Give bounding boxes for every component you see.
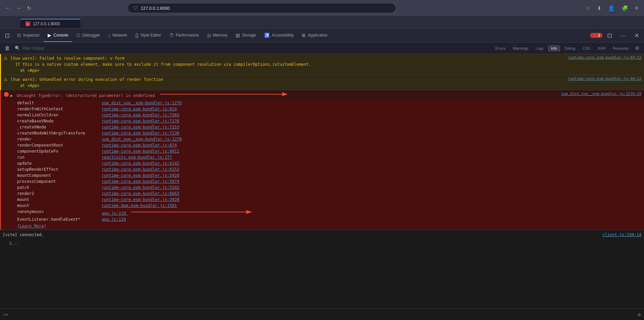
- stack-fn-17: mount: [17, 203, 98, 208]
- network-label: Network: [112, 33, 127, 38]
- filter-css-btn[interactable]: CSS: [580, 45, 594, 51]
- extensions-button[interactable]: 🧩: [620, 4, 630, 13]
- stack-file-11[interactable]: runtime-core.esm-bundler.js:6152: [102, 167, 179, 172]
- debugger-icon: ⬡: [76, 33, 80, 38]
- stack-row-7: renderComponentRoot runtime-core.esm-bun…: [1, 142, 644, 148]
- stack-fn-19: EventListener.handleEvent*: [17, 217, 98, 222]
- stack-row-9: run reactivity.esm-bundler.js:177: [1, 154, 644, 160]
- warn-entry-2: ⚠ [Vue warn]: Unhandled error during exe…: [0, 75, 644, 90]
- stack-fn-14: patch: [17, 185, 98, 190]
- stack-file-13[interactable]: runtime-core.esm-bundler.js:5874: [102, 179, 179, 184]
- stack-fn-8: componentUpdateFn: [17, 149, 98, 154]
- filter-area: 🔍 Filter Output: [15, 46, 44, 51]
- partial-entry: S...: [0, 239, 644, 248]
- menu-button[interactable]: ≡: [633, 4, 640, 12]
- stack-file-6[interactable]: vue_dist_vue__esm-bundler.js:1270: [102, 137, 182, 142]
- console-filter-buttons: Errors Warnings Logs Info Debug CSS XHR …: [492, 44, 641, 52]
- reload-button[interactable]: ↻: [26, 4, 33, 13]
- tab-storage[interactable]: ▤ Storage: [232, 29, 260, 42]
- stack-fn-13: processComponent: [17, 179, 98, 184]
- tab-console[interactable]: ▶ Console: [44, 29, 72, 42]
- stack-file-0[interactable]: vue_dist_vue__esm-bundler.js:1276: [102, 101, 182, 105]
- tab-accessibility[interactable]: ♿ Accessibility: [260, 29, 298, 42]
- stack-fn-1: renderFnWithContext: [17, 107, 98, 111]
- account-button[interactable]: 👤: [606, 4, 617, 13]
- warn-icon-2: ⚠: [4, 77, 8, 82]
- stack-fn-9: run: [17, 155, 98, 160]
- tab-application[interactable]: ⊞ Application: [298, 29, 332, 42]
- stack-file-16[interactable]: runtime-core.esm-bundler.js:3928: [102, 197, 179, 202]
- error-source[interactable]: vue_dist_vue__esm-bundler.js:1276:33: [561, 92, 641, 96]
- tab-memory[interactable]: ◎ Memory: [203, 29, 232, 42]
- warn-entry-1: ⚠ [Vue warn]: Failed to resolve componen…: [0, 54, 644, 75]
- filter-debug-btn[interactable]: Debug: [561, 45, 578, 51]
- tab-debugger[interactable]: ⬡ Debugger: [72, 29, 104, 42]
- stack-trace: default vue_dist_vue__esm-bundler.js:127…: [1, 100, 644, 230]
- console-clear-button[interactable]: 🗑: [3, 44, 12, 52]
- stack-row-4: _createVNode runtime-core.esm-bundler.js…: [1, 124, 644, 130]
- forward-button[interactable]: →: [15, 4, 23, 12]
- stack-file-9[interactable]: reactivity.esm-bundler.js:177: [102, 155, 172, 160]
- warn-source-2[interactable]: runtime-core.esm-bundler.js:44:12: [568, 76, 641, 81]
- pocket-button[interactable]: ⬇: [595, 4, 603, 13]
- console-settings-button[interactable]: ⚙: [633, 44, 641, 52]
- stack-row-10: update runtime-core.esm-bundler.js:6142: [1, 160, 644, 166]
- stack-row-12: mountComponent runtime-core.esm-bundler.…: [1, 172, 644, 178]
- back-button[interactable]: ←: [4, 4, 12, 12]
- filter-warnings-btn[interactable]: Warnings: [510, 45, 531, 51]
- stack-file-12[interactable]: runtime-core.esm-bundler.js:5920: [102, 173, 179, 178]
- stack-fn-7: renderComponentRoot: [17, 143, 98, 148]
- application-label: Application: [308, 33, 328, 38]
- stack-file-18[interactable]: app.js:119: [102, 209, 258, 216]
- learn-more-link[interactable]: [Learn More]: [17, 224, 46, 228]
- stack-fn-2: normalizeChildren: [17, 113, 98, 117]
- responsive-design-button[interactable]: ⊡: [604, 29, 615, 42]
- pick-element-button[interactable]: ⊡: [1, 29, 13, 42]
- filter-xhr-btn[interactable]: XHR: [595, 45, 608, 51]
- console-settings-bottom-icon[interactable]: ⚙: [638, 312, 641, 317]
- stack-row-2: normalizeChildren runtime-core.esm-bundl…: [1, 112, 644, 118]
- close-devtools-button[interactable]: ✕: [631, 29, 643, 42]
- tab-style-editor[interactable]: {} Style Editor: [131, 29, 165, 42]
- stack-row-14: patch runtime-core.esm-bundler.js:5342: [1, 184, 644, 191]
- warn-source-1[interactable]: runtime-core.esm-bundler.js:44:12: [568, 55, 641, 60]
- stack-row-1: renderFnWithContext runtime-core.esm-bun…: [1, 106, 644, 112]
- more-tools-button[interactable]: ⋯: [617, 29, 630, 42]
- stack-file-5[interactable]: runtime-core.esm-bundler.js:7130: [102, 131, 179, 136]
- stack-file-1[interactable]: runtime-core.esm-bundler.js:814: [102, 107, 177, 111]
- filter-logs-btn[interactable]: Logs: [533, 45, 547, 51]
- stack-file-14[interactable]: runtime-core.esm-bundler.js:5342: [102, 185, 179, 190]
- bookmark-button[interactable]: ☆: [584, 4, 592, 13]
- stack-file-7[interactable]: runtime-core.esm-bundler.js:874: [102, 143, 177, 148]
- console-input[interactable]: [10, 312, 638, 317]
- error-expand-icon[interactable]: ▶: [10, 93, 13, 98]
- stack-file-10[interactable]: runtime-core.esm-bundler.js:6142: [102, 161, 179, 166]
- stack-file-19[interactable]: app.js:118: [102, 217, 126, 222]
- filter-info-btn[interactable]: Info: [548, 45, 560, 51]
- stack-file-2[interactable]: runtime-core.esm-bundler.js:7365: [102, 113, 179, 117]
- tab-network[interactable]: ↕ Network: [104, 29, 131, 42]
- stack-file-4[interactable]: runtime-core.esm-bundler.js:7253: [102, 125, 179, 129]
- stack-row-19: EventListener.handleEvent* app.js:118: [1, 216, 644, 222]
- application-icon: ⊞: [302, 33, 306, 38]
- stack-fn-4: _createVNode: [17, 125, 98, 129]
- tab-inspector[interactable]: ⊡ Inspector: [13, 29, 44, 42]
- stack-file-15[interactable]: runtime-core.esm-bundler.js:6663: [102, 191, 179, 196]
- memory-label: Memory: [213, 33, 228, 38]
- stack-fn-16: mount: [17, 197, 98, 202]
- stack-file-17[interactable]: runtime-dom.esm-bundler.js:1501: [102, 203, 177, 208]
- filter-errors-btn[interactable]: Errors: [492, 45, 508, 51]
- stack-file-3[interactable]: runtime-core.esm-bundler.js:7176: [102, 119, 179, 123]
- tab-performance[interactable]: ⏱ Performance: [165, 29, 203, 42]
- accessibility-icon: ♿: [264, 33, 270, 38]
- stack-file-8[interactable]: runtime-core.esm-bundler.js:6011: [102, 149, 179, 154]
- warn-text-2: [Vue warn]: Unhandled error during execu…: [10, 77, 163, 88]
- browser-tab[interactable]: L 127.0.0.1:8000: [20, 19, 81, 28]
- error-icon: 🔴: [4, 92, 9, 97]
- vite-source-link[interactable]: client.ts:150:14: [602, 232, 641, 237]
- url-text: 127.0.0.1:8000: [141, 6, 170, 11]
- filter-requests-btn[interactable]: Requests: [610, 45, 632, 51]
- address-bar[interactable]: 🛡 127.0.0.1:8000: [128, 3, 396, 13]
- stack-fn-5: createVNodeWithArgsTransform: [17, 131, 98, 136]
- storage-icon: ▤: [236, 33, 240, 38]
